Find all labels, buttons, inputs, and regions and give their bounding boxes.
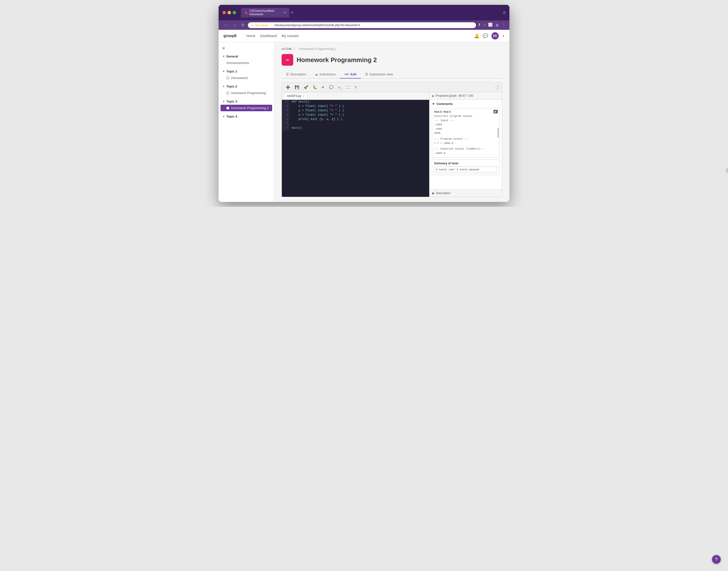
radio-icon <box>226 92 229 95</box>
extensions-icon[interactable]: ⬜ <box>488 22 493 28</box>
tab-description-icon: ☰ <box>286 73 289 76</box>
toolbar-add-button[interactable]: ➕ <box>284 84 292 90</box>
tab-edit[interactable]: </> Edit <box>340 71 361 79</box>
sidebar-item-hw-programming[interactable]: Homework Programming <box>219 90 274 96</box>
page-title: Homework Programming 2 <box>296 56 377 64</box>
description-label: Description <box>436 192 451 195</box>
line-content: z = float( input( "> " ) ) <box>289 113 429 117</box>
toolbar-help-button[interactable]: ? <box>353 84 358 90</box>
profile-icon[interactable]: E <box>495 22 500 28</box>
browser-window: 🔖 CSCheckYourWork Homework ✕ + ⊟ ← → ↻ ⚠… <box>219 5 509 202</box>
sidebar-close-button[interactable]: ✕ <box>219 44 274 52</box>
more-options-icon[interactable]: ⋮ <box>502 22 505 28</box>
sidebar-item-announcements[interactable]: Announcements <box>219 60 274 66</box>
nav-courses[interactable]: My courses <box>281 34 299 38</box>
sidebar-section-header-general[interactable]: ▼ General <box>219 53 274 60</box>
forward-button[interactable]: → <box>231 22 238 28</box>
code-line-3: 3 y = float( input( "> " ) ) <box>282 109 429 113</box>
page-header: ⋄/⋄ Homework Programming 2 <box>281 54 502 66</box>
site-logo: group6 <box>223 34 237 38</box>
line-number: 7 <box>282 126 289 130</box>
tab-edit-icon: </> <box>344 73 349 76</box>
description-collapse-icon[interactable]: ▶ <box>432 192 435 195</box>
editor-toolbar: ➕ 💾 🚀 🐛 ✔ 💬 >_ ⛶ ? 🕐 <box>282 83 502 92</box>
toolbar-fullscreen-button[interactable]: ⛶ <box>345 84 352 90</box>
top-navigation: group6 Home Dashboard My courses 🔔 💬 EE … <box>219 30 509 42</box>
sidebar-section-header-topic1[interactable]: ▼ Topic 1 <box>219 68 274 75</box>
window-controls: ⊟ <box>503 11 505 14</box>
test3-program-output: > > > 1000.0 <box>434 141 497 146</box>
comments-collapse-icon[interactable]: ▼ <box>432 102 435 106</box>
tab-submission-label: Submission <box>320 73 336 76</box>
tab-close-icon[interactable]: ✕ <box>284 11 286 14</box>
sidebar-section-label: General <box>226 54 238 58</box>
test3-copy-button[interactable]: ▶ <box>493 110 498 113</box>
tab-submission-view-label: Submission view <box>370 73 393 76</box>
main-layout: ✕ ▼ General Announcements ▼ To <box>219 42 509 202</box>
sidebar-section-topic3: ▼ Topic 3 Homework Programming 2 <box>219 97 274 112</box>
line-number: 6 <box>282 122 289 126</box>
line-number: 2 <box>282 104 289 109</box>
sidebar-section-header-topic4[interactable]: ▼ Topic 4 <box>219 113 274 120</box>
tab-submission-view[interactable]: ☰ Submission view <box>361 71 397 79</box>
user-avatar[interactable]: EE <box>491 32 499 39</box>
page-content: group6 Home Dashboard My courses 🔔 💬 EE … <box>219 30 509 202</box>
chat-icon[interactable]: 💬 <box>483 33 488 38</box>
address-bar[interactable]: ⚠ Not Secure | checkyourworkgroup.online… <box>248 22 476 28</box>
test3-body: Incorrect program output --- Input --- -… <box>434 114 497 155</box>
toolbar-comment-button[interactable]: 💬 <box>328 84 335 90</box>
proposed-grade-value: 66.67 / 100 <box>459 94 473 97</box>
back-button[interactable]: ← <box>223 22 229 28</box>
tab-description-label: Description <box>290 73 306 76</box>
toolbar-run-button[interactable]: 🚀 <box>302 84 310 90</box>
toolbar-terminal-button[interactable]: >_ <box>337 84 344 90</box>
code-editor[interactable]: 1 def main(): 2 x = float( input( "> " )… <box>282 100 429 197</box>
maximize-button[interactable] <box>233 11 236 14</box>
sidebar-section-header-topic3[interactable]: ▼ Topic 3 <box>219 98 274 105</box>
breadcrumb-course[interactable]: cs7346 <box>281 47 292 51</box>
sidebar-item-homework1[interactable]: Homework1 <box>219 75 274 81</box>
tab-title: CSCheckYourWork Homework <box>249 9 282 16</box>
share-icon[interactable]: ⬆ <box>478 22 481 28</box>
toolbar-evaluate-button[interactable]: ✔ <box>320 84 326 90</box>
test3-expected-value: -1000.0 <box>434 151 497 155</box>
sidebar-item-hw-programming2[interactable]: Homework Programming 2 <box>221 105 272 111</box>
notification-icon[interactable]: 🔔 <box>474 33 479 38</box>
line-content: print( min( [x, x, z] ) ) <box>289 117 429 122</box>
toolbar-save-button[interactable]: 💾 <box>293 84 301 90</box>
chevron-icon: ▼ <box>223 70 225 73</box>
test3-program-output-label: --- Program output --- <box>434 137 497 141</box>
tab-submission-icon: ☁ <box>315 73 318 76</box>
file-tab-close-icon[interactable]: ✕ <box>303 95 305 97</box>
file-tab-minof3[interactable]: minOF3.py ✕ <box>284 93 308 99</box>
clock-icon: 🕐 <box>495 85 499 89</box>
browser-navbar: ← → ↻ ⚠ Not Secure | checkyourworkgroup.… <box>219 20 509 30</box>
toolbar-debug-button[interactable]: 🐛 <box>311 84 319 90</box>
browser-tab[interactable]: 🔖 CSCheckYourWork Homework ✕ <box>241 8 289 17</box>
line-content: main() <box>289 126 429 130</box>
sidebar-section-topic4: ▼ Topic 4 <box>219 112 274 121</box>
user-menu-chevron[interactable]: ▼ <box>502 35 505 37</box>
chevron-icon: ▼ <box>223 115 225 118</box>
refresh-button[interactable]: ↻ <box>240 22 246 28</box>
code-panel: minOF3.py ✕ 1 def main(): <box>282 92 429 197</box>
test3-scrollbar[interactable] <box>497 128 499 138</box>
test3-title: Test 3: Test 3 <box>434 110 497 113</box>
summary-value: 3 tests run/ 2 tests passed <box>436 168 479 171</box>
bookmark-icon[interactable]: ☆ <box>483 22 486 28</box>
tab-description[interactable]: ☰ Description <box>281 71 311 79</box>
nav-dashboard[interactable]: Dashboard <box>260 34 277 38</box>
tab-bar: 🔖 CSCheckYourWork Homework ✕ + <box>241 8 501 17</box>
sidebar-item-label: Homework Programming <box>231 91 266 95</box>
grade-collapse-icon[interactable]: ▶ <box>432 95 434 97</box>
new-tab-button[interactable]: + <box>291 10 293 15</box>
summary-title: Summary of tests <box>434 162 497 165</box>
close-button[interactable] <box>223 11 226 14</box>
sidebar-section-header-topic2[interactable]: ▼ Topic 2 <box>219 83 274 90</box>
breadcrumb-current: Homework Programming 2 <box>299 47 336 51</box>
minimize-button[interactable] <box>228 11 231 14</box>
summary-section: Summary of tests 3 tests run/ 2 tests pa… <box>432 159 499 175</box>
description-footer: ▶ Description <box>430 189 502 197</box>
nav-home[interactable]: Home <box>246 34 255 38</box>
tab-submission[interactable]: ☁ Submission <box>311 71 340 79</box>
